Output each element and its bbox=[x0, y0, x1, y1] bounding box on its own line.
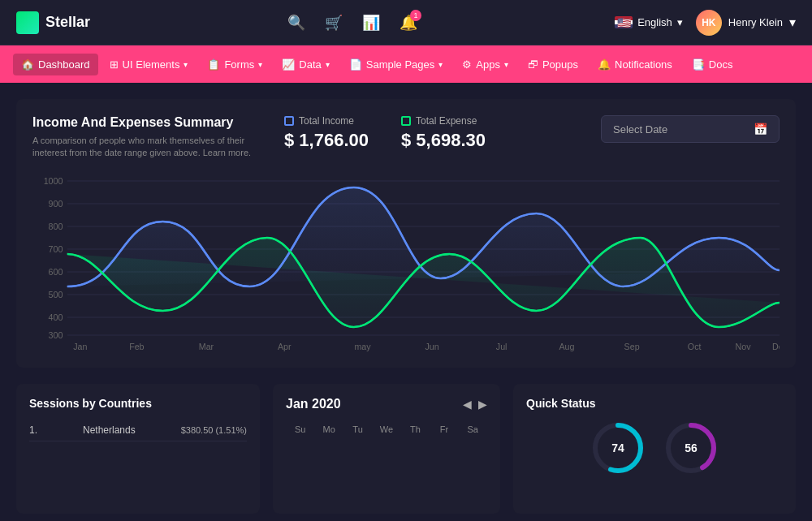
income-label: Total Income bbox=[284, 115, 369, 127]
layers-icon: ⊞ bbox=[110, 58, 119, 71]
quick-status-title: Quick Status bbox=[526, 397, 783, 410]
calendar-next-button[interactable]: ▶ bbox=[478, 398, 487, 411]
analytics-button[interactable]: 📊 bbox=[362, 14, 380, 32]
grid-icon: ⚙ bbox=[462, 58, 472, 71]
day-su: Su bbox=[286, 421, 314, 437]
calendar-month: Jan 2020 bbox=[286, 397, 341, 411]
top-nav-center: 🔍 🛒 📊 🔔 1 bbox=[90, 14, 615, 32]
nav-forms-label: Forms bbox=[224, 58, 254, 71]
nav-forms[interactable]: 📋 Forms ▾ bbox=[199, 54, 270, 75]
status-gauges: 74 56 bbox=[526, 420, 783, 480]
svg-text:Aug: Aug bbox=[559, 342, 574, 351]
income-color-box bbox=[284, 116, 294, 126]
nav-ui-elements[interactable]: ⊞ UI Elements ▾ bbox=[102, 54, 197, 75]
svg-text:Jan: Jan bbox=[73, 342, 87, 351]
sessions-title: Sessions by Countries bbox=[29, 397, 247, 410]
chevron-down-icon: ▾ bbox=[184, 60, 188, 69]
nav-apps[interactable]: ⚙ Apps ▾ bbox=[454, 54, 516, 75]
bottom-section: Sessions by Countries 1. Netherlands $38… bbox=[16, 384, 796, 514]
main-navbar: 🏠 Dashboard ⊞ UI Elements ▾ 📋 Forms ▾ 📈 … bbox=[0, 45, 812, 83]
svg-text:600: 600 bbox=[49, 268, 63, 277]
svg-text:56: 56 bbox=[685, 441, 698, 454]
calendar-prev-button[interactable]: ◀ bbox=[463, 398, 472, 411]
top-navbar: Stellar 🔍 🛒 📊 🔔 1 🇺🇸 English ▾ HK Henry … bbox=[0, 0, 812, 45]
top-nav-right: 🇺🇸 English ▾ HK Henry Klein ▾ bbox=[615, 10, 796, 36]
user-name: Henry Klein bbox=[728, 16, 783, 28]
nav-ui-label: UI Elements bbox=[123, 58, 180, 71]
nav-popups[interactable]: 🗗 Popups bbox=[520, 54, 586, 75]
calendar-header: Jan 2020 ◀ ▶ bbox=[286, 397, 487, 411]
cart-button[interactable]: 🛒 bbox=[325, 14, 343, 32]
svg-text:700: 700 bbox=[49, 245, 63, 254]
language-label: English bbox=[637, 16, 672, 28]
page-icon: 📄 bbox=[349, 58, 362, 71]
svg-text:De: De bbox=[772, 342, 780, 351]
svg-text:300: 300 bbox=[49, 331, 63, 340]
nav-data-label: Data bbox=[299, 58, 321, 71]
nav-docs[interactable]: 📑 Docs bbox=[684, 54, 741, 75]
main-content: Income And Expenses Summary A comparison… bbox=[0, 83, 812, 521]
flag-icon: 🇺🇸 bbox=[615, 16, 633, 28]
chart-svg: 1000 900 800 700 600 500 400 300 Jan bbox=[32, 173, 780, 351]
gauge-1: 74 bbox=[590, 420, 646, 480]
total-expense-stat: Total Expense $ 5,698.30 bbox=[401, 115, 486, 151]
app-name: Stellar bbox=[45, 14, 90, 31]
nav-apps-label: Apps bbox=[476, 58, 500, 71]
session-value: $380.50 (1.51%) bbox=[181, 425, 247, 435]
svg-text:Mar: Mar bbox=[199, 342, 214, 351]
user-initials: HK bbox=[702, 17, 715, 28]
chart-container: 1000 900 800 700 600 500 400 300 Jan bbox=[32, 173, 780, 351]
nav-popups-label: Popups bbox=[542, 58, 578, 71]
expense-label: Total Expense bbox=[401, 115, 486, 127]
chart-stats: Total Income $ 1,766.00 Total Expense $ … bbox=[284, 115, 486, 151]
svg-text:500: 500 bbox=[49, 291, 63, 299]
home-icon: 🏠 bbox=[21, 58, 34, 71]
chevron-down-icon-forms: ▾ bbox=[258, 60, 262, 69]
file-icon: 📋 bbox=[207, 58, 220, 71]
svg-text:74: 74 bbox=[611, 441, 624, 454]
chart-title-area: Income And Expenses Summary A comparison… bbox=[32, 115, 260, 160]
bell-icon: 🔔 bbox=[598, 58, 611, 71]
day-th: Th bbox=[401, 421, 430, 437]
logo-area[interactable]: Stellar bbox=[16, 11, 90, 34]
language-selector[interactable]: 🇺🇸 English ▾ bbox=[615, 16, 683, 28]
svg-text:Oct: Oct bbox=[688, 342, 702, 351]
svg-text:Jul: Jul bbox=[496, 342, 508, 351]
day-we: We bbox=[372, 421, 400, 437]
chart-title: Income And Expenses Summary bbox=[32, 115, 260, 130]
svg-text:may: may bbox=[354, 342, 371, 351]
language-dropdown-arrow: ▾ bbox=[677, 16, 683, 28]
chevron-down-icon-data: ▾ bbox=[326, 60, 330, 69]
nav-docs-label: Docs bbox=[709, 58, 733, 71]
svg-text:900: 900 bbox=[49, 200, 63, 209]
svg-text:Feb: Feb bbox=[129, 342, 145, 351]
chart-card: Income And Expenses Summary A comparison… bbox=[16, 99, 796, 368]
chart-header: Income And Expenses Summary A comparison… bbox=[32, 115, 780, 160]
user-menu[interactable]: HK Henry Klein ▾ bbox=[696, 10, 796, 36]
nav-notifications[interactable]: 🔔 Notifications bbox=[590, 54, 680, 75]
nav-notifications-label: Notifications bbox=[615, 58, 672, 71]
svg-text:400: 400 bbox=[49, 313, 63, 322]
nav-data[interactable]: 📈 Data ▾ bbox=[274, 54, 337, 75]
search-button[interactable]: 🔍 bbox=[287, 14, 305, 32]
expense-value: $ 5,698.30 bbox=[401, 130, 486, 151]
notifications-button[interactable]: 🔔 1 bbox=[400, 14, 417, 32]
calendar-days-header: Su Mo Tu We Th Fr Sa bbox=[286, 421, 487, 437]
calendar-card: Jan 2020 ◀ ▶ Su Mo Tu We Th Fr Sa bbox=[273, 384, 500, 514]
date-picker-input[interactable]: Select Date 📅 bbox=[601, 115, 780, 143]
doc-icon: 📑 bbox=[692, 58, 705, 71]
date-picker-area[interactable]: Select Date 📅 bbox=[601, 115, 780, 143]
quick-status-card: Quick Status 74 56 bbox=[513, 384, 796, 514]
chevron-down-icon-sample: ▾ bbox=[438, 60, 443, 69]
calendar-navigation: ◀ ▶ bbox=[463, 398, 487, 411]
day-tu: Tu bbox=[343, 421, 372, 437]
nav-dashboard[interactable]: 🏠 Dashboard bbox=[13, 54, 98, 75]
nav-sample-pages[interactable]: 📄 Sample Pages ▾ bbox=[341, 54, 451, 75]
gauge-1-svg: 74 bbox=[590, 420, 646, 476]
svg-text:Nov: Nov bbox=[736, 342, 752, 351]
svg-text:Jun: Jun bbox=[425, 342, 438, 351]
income-value: $ 1,766.00 bbox=[284, 130, 369, 151]
notification-badge: 1 bbox=[410, 10, 421, 21]
chart-icon: 📈 bbox=[282, 58, 295, 71]
date-placeholder: Select Date bbox=[613, 123, 754, 136]
